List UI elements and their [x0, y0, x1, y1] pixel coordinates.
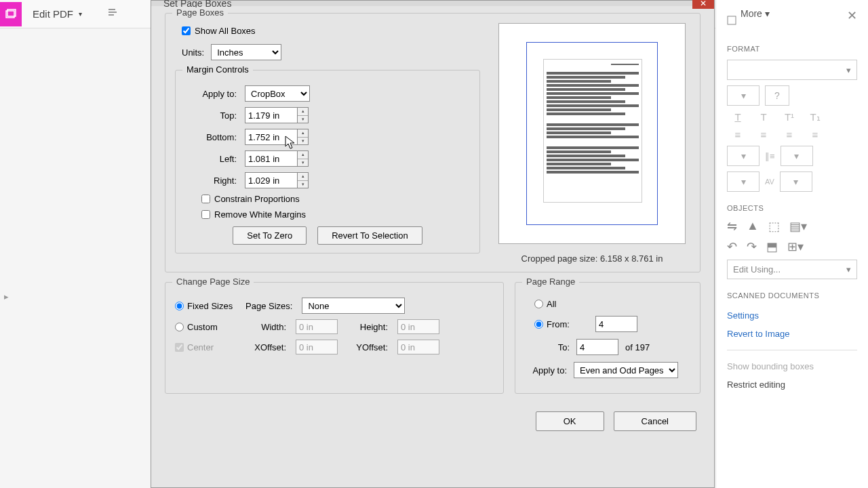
close-panel-icon[interactable]: ✕ — [847, 8, 857, 23]
center-label: Center — [187, 342, 214, 352]
panel-icon — [727, 16, 736, 25]
right-input[interactable] — [245, 172, 298, 188]
top-label: Top: — [188, 110, 237, 121]
custom-radio[interactable] — [175, 323, 184, 331]
constrain-proportions-label: Constrain Proportions — [214, 194, 300, 204]
left-spinner[interactable]: ▴▾ — [298, 150, 309, 167]
toolbar-icon[interactable] — [106, 7, 119, 22]
set-to-zero-button[interactable]: Set To Zero — [233, 226, 307, 245]
width-label: Width: — [245, 322, 286, 332]
revert-to-selection-button[interactable]: Revert To Selection — [317, 226, 422, 245]
page-preview — [498, 23, 686, 244]
right-label: Right: — [188, 176, 237, 186]
xoffset-input — [296, 340, 338, 354]
bottom-label: Bottom: — [188, 132, 237, 142]
settings-link[interactable]: Settings — [727, 306, 857, 325]
pr-apply-to-select[interactable]: Even and Odd Pages — [574, 362, 678, 378]
apply-to-label: Apply to: — [188, 89, 237, 99]
top-input[interactable] — [245, 107, 298, 123]
revert-to-image-link[interactable]: Revert to Image — [727, 325, 857, 343]
flip-vertical-icon[interactable]: ▲ — [747, 219, 759, 234]
bottom-spinner[interactable]: ▴▾ — [298, 129, 309, 145]
set-page-boxes-dialog: Set Page Boxes ✕ Page Boxes Show All Box… — [151, 0, 715, 488]
bottom-input[interactable] — [245, 129, 298, 145]
from-radio[interactable] — [534, 320, 543, 329]
align-right-button[interactable]: ≡ — [778, 129, 800, 140]
align-center-button[interactable]: ≡ — [753, 129, 774, 140]
remove-white-margins-checkbox[interactable] — [201, 210, 210, 219]
flip-horizontal-icon[interactable]: ⇋ — [727, 219, 737, 234]
pr-apply-to-label: Apply to: — [525, 365, 567, 375]
yoffset-label: YOffset: — [347, 342, 388, 352]
page-sizes-label: Page Sizes: — [245, 301, 292, 311]
subscript-button[interactable]: T₁ — [804, 111, 826, 123]
superscript-button[interactable]: T¹ — [778, 111, 800, 123]
align-justify-button[interactable]: ≡ — [804, 129, 826, 140]
remove-white-margins-label: Remove White Margins — [214, 209, 306, 220]
all-pages-radio[interactable] — [534, 300, 543, 308]
show-bounding-boxes[interactable]: Show bounding boxes — [727, 357, 857, 375]
to-label: To: — [534, 342, 570, 352]
arrange-icon[interactable]: ▤▾ — [789, 219, 807, 234]
align-left-button[interactable]: ≡ — [727, 129, 749, 140]
line-spacing-select[interactable]: ▾ — [727, 146, 760, 166]
restrict-editing[interactable]: Restrict editing — [727, 375, 857, 394]
units-label: Units: — [182, 47, 204, 58]
font-color-button[interactable]: T — [727, 111, 749, 123]
dialog-close-button[interactable]: ✕ — [692, 0, 714, 9]
height-label: Height: — [347, 322, 388, 332]
edit-using-dropdown[interactable]: Edit Using...▾ — [727, 260, 857, 279]
replace-icon[interactable]: ⬒ — [766, 239, 778, 254]
bold-button[interactable]: T — [753, 111, 774, 123]
cancel-button[interactable]: Cancel — [614, 411, 696, 431]
right-spinner[interactable]: ▴▾ — [298, 172, 309, 188]
help-button[interactable]: ? — [765, 85, 789, 106]
align-objects-icon[interactable]: ⊞▾ — [787, 239, 804, 254]
fixed-sizes-label: Fixed Sizes — [187, 301, 233, 311]
font-size-select[interactable]: ▾ — [727, 85, 760, 106]
height-input — [397, 319, 439, 334]
constrain-proportions-checkbox[interactable] — [201, 195, 210, 203]
fixed-sizes-radio[interactable] — [175, 302, 184, 310]
page-boxes-label: Page Boxes — [172, 7, 228, 18]
yoffset-input — [397, 340, 439, 354]
to-input[interactable] — [576, 339, 618, 355]
horizontal-scale-select[interactable]: ▾ — [727, 171, 760, 192]
show-all-boxes-label: Show All Boxes — [195, 26, 256, 36]
format-section-heading: FORMAT — [727, 45, 857, 53]
page-sizes-select[interactable]: None — [302, 298, 405, 314]
right-panel: More ▾ ✕ FORMAT ▾ ▾ ? T T T¹ T₁ ≡ ≡ ≡ ≡ … — [715, 0, 868, 488]
all-pages-label: All — [547, 299, 556, 309]
left-label: Left: — [188, 154, 237, 164]
expand-sidebar-icon[interactable]: ▸ — [4, 291, 9, 302]
ok-button[interactable]: OK — [536, 411, 604, 431]
svg-rect-2 — [728, 16, 736, 24]
edit-pdf-dropdown[interactable]: Edit PDF — [22, 0, 93, 28]
from-input[interactable] — [595, 316, 637, 332]
rotate-left-icon[interactable]: ↶ — [727, 239, 737, 254]
crop-icon[interactable]: ⬚ — [768, 219, 780, 234]
more-dropdown[interactable]: More ▾ — [741, 8, 770, 19]
cropped-size-label: Cropped page size: 6.158 x 8.761 in — [521, 253, 663, 264]
change-page-size-label: Change Page Size — [172, 277, 254, 287]
top-spinner[interactable]: ▴▾ — [298, 107, 309, 123]
show-all-boxes-checkbox[interactable] — [182, 26, 191, 35]
objects-section-heading: OBJECTS — [727, 204, 857, 212]
char-spacing-select[interactable]: ▾ — [780, 171, 812, 192]
page-range-fieldset: Page Range All From: To: of 197 Apply to… — [515, 282, 701, 394]
xoffset-label: XOffset: — [245, 342, 286, 352]
paragraph-spacing-select[interactable]: ▾ — [781, 146, 813, 166]
font-family-select[interactable]: ▾ — [727, 60, 857, 80]
center-checkbox — [175, 343, 184, 352]
from-label: From: — [547, 319, 570, 329]
margin-controls-label: Margin Controls — [182, 64, 253, 75]
left-input[interactable] — [245, 150, 298, 167]
page-range-label: Page Range — [522, 277, 579, 287]
margin-controls-fieldset: Margin Controls Apply to: CropBox Top: ▴… — [175, 70, 480, 253]
of-total-label: of 197 — [625, 342, 650, 352]
change-page-size-fieldset: Change Page Size Fixed Sizes Page Sizes:… — [165, 282, 504, 394]
units-select[interactable]: Inches — [211, 44, 281, 60]
apply-to-select[interactable]: CropBox — [245, 85, 310, 102]
crop-tool-icon[interactable] — [0, 2, 22, 26]
rotate-right-icon[interactable]: ↷ — [747, 239, 757, 254]
